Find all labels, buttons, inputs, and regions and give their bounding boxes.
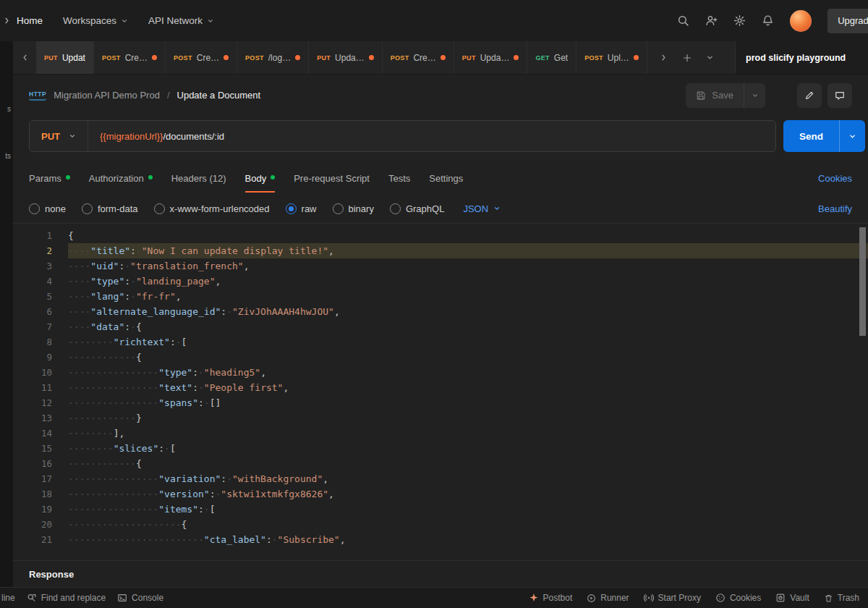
send-options-chevron-icon[interactable] (839, 120, 865, 152)
save-button[interactable]: Save (686, 83, 744, 108)
tab-method-label: POST (584, 54, 603, 62)
code-line[interactable]: 15········"slices":·[ (13, 441, 868, 456)
subtab-params[interactable]: Params (29, 164, 70, 193)
user-avatar[interactable] (790, 10, 812, 32)
subtab-body[interactable]: Body (245, 164, 276, 193)
code-line[interactable]: 19················"items":·[ (13, 502, 868, 517)
code-text: ····"uid":·"translation_french", (68, 258, 868, 274)
code-line[interactable]: 6····"alternate_language_id":·"ZivJOhAAA… (13, 304, 868, 319)
code-line[interactable]: 1{ (13, 228, 868, 243)
code-line[interactable]: 18················"version":·"sktwi1xtmk… (13, 486, 868, 502)
code-line[interactable]: 20····················{ (13, 517, 868, 532)
url-input[interactable]: {{migrationUrl}}/documents/:id (88, 131, 236, 142)
invite-user-icon[interactable] (705, 14, 718, 27)
save-icon (696, 90, 706, 101)
body-type-form-data[interactable]: form-data (82, 203, 138, 214)
settings-gear-icon[interactable] (733, 14, 746, 27)
response-title: Response (29, 569, 74, 580)
code-line[interactable]: 17················"variation":·"withBack… (13, 471, 868, 486)
statusbar-cookies[interactable]: Cookies (715, 593, 761, 603)
statusbar-label: Trash (838, 593, 859, 603)
code-line[interactable]: 11················"text":·"People first"… (13, 380, 868, 395)
search-icon[interactable] (677, 14, 689, 27)
request-tab[interactable]: PUTUpdat (36, 41, 94, 74)
statusbar-label: Start Proxy (658, 593, 701, 603)
tab-title: Updat (62, 53, 85, 63)
request-tab[interactable]: POSTCre… (94, 41, 166, 74)
code-line[interactable]: 4····"type":·"landing_page", (13, 274, 868, 289)
scroll-tabs-left-icon[interactable] (13, 41, 36, 74)
request-tab[interactable]: POSTCre… (166, 41, 237, 74)
breadcrumb-request-name[interactable]: Update a Document (177, 90, 261, 101)
code-line[interactable]: 12················"spans":·[] (13, 395, 868, 410)
statusbar-find-and-replace[interactable]: Find and replace (27, 593, 106, 603)
body-type-graphql[interactable]: GraphQL (390, 203, 444, 214)
body-type-none[interactable]: none (29, 203, 66, 214)
request-tab[interactable]: POST/log… (237, 41, 309, 74)
request-tab[interactable]: PUTUpda… (454, 41, 528, 74)
new-tab-icon[interactable] (678, 48, 697, 67)
workspace-selector[interactable]: prod slicify playground (735, 41, 868, 74)
body-type-x-www-form-urlencoded[interactable]: x-www-form-urlencoded (154, 203, 270, 214)
statusbar-start-proxy[interactable]: Start Proxy (644, 593, 701, 603)
url-row: PUT {{migrationUrl}}/documents/:id Send (13, 116, 868, 164)
subtab-settings[interactable]: Settings (429, 164, 463, 193)
workspace-name: prod slicify playground (746, 53, 846, 63)
statusbar-postbot[interactable]: Postbot (529, 593, 573, 603)
expand-sidebar-icon[interactable] (3, 17, 11, 25)
chevron-down-icon (207, 17, 214, 25)
tab-options-chevron-icon[interactable] (701, 48, 720, 67)
request-tab[interactable]: GETGet (527, 41, 576, 74)
subtab-authorization[interactable]: Authorization (89, 164, 153, 193)
method-selector[interactable]: PUT (30, 121, 88, 151)
body-format-label: JSON (463, 203, 488, 214)
statusbar-runner[interactable]: Runner (587, 593, 629, 603)
statusbar-trash[interactable]: Trash (824, 593, 859, 603)
line-number: 7 (13, 319, 68, 334)
subtab-label: Headers (12) (171, 173, 226, 184)
body-type-binary[interactable]: binary (333, 203, 374, 214)
editor-scrollbar[interactable] (859, 227, 866, 336)
scroll-tabs-right-icon[interactable] (655, 48, 673, 67)
response-section-header[interactable]: Response (13, 560, 868, 587)
line-number: 10 (13, 365, 68, 380)
statusbar-vault[interactable]: Vault (775, 593, 809, 603)
code-line[interactable]: 10················"type":·"heading5", (13, 365, 868, 380)
beautify-link[interactable]: Beautify (818, 203, 852, 214)
request-tab[interactable]: POSTCre… (383, 41, 454, 74)
request-tab[interactable]: POSTUpl… (576, 41, 647, 74)
statusbar-line[interactable]: line (1, 593, 15, 603)
upgrade-button[interactable]: Upgrade (827, 9, 868, 33)
save-options-chevron-icon[interactable] (744, 83, 765, 108)
body-type-raw[interactable]: raw (286, 203, 317, 214)
code-line[interactable]: 5····"lang":·"fr-fr", (13, 289, 868, 304)
code-line[interactable]: 3····"uid":·"translation_french", (13, 258, 868, 274)
code-line[interactable]: 2····"title":·"Now I can update display … (13, 243, 868, 258)
code-line[interactable]: 13············} (13, 410, 868, 426)
subtab-pre-request-script[interactable]: Pre-request Script (294, 164, 370, 193)
body-editor[interactable]: 1{2····"title":·"Now I can update displa… (13, 223, 868, 560)
request-tab[interactable]: PUTUpda… (309, 41, 383, 74)
notifications-bell-icon[interactable] (762, 14, 774, 27)
code-line[interactable]: 21························"cta_label":·"… (13, 532, 868, 547)
subtab-headers-12[interactable]: Headers (12) (171, 164, 226, 193)
body-format-selector[interactable]: JSON (463, 203, 501, 214)
radio-icon (29, 203, 40, 214)
code-line[interactable]: 8········"richtext":·[ (13, 334, 868, 350)
statusbar-console[interactable]: Console (117, 593, 163, 603)
nav-home[interactable]: Home (17, 15, 43, 26)
breadcrumb-collection[interactable]: Migration API Demo Prod (54, 90, 160, 101)
code-line[interactable]: 7····"data":·{ (13, 319, 868, 334)
code-line[interactable]: 9············{ (13, 350, 868, 365)
code-line[interactable]: 14········], (13, 426, 868, 441)
cookies-link[interactable]: Cookies (818, 173, 852, 184)
statusbar-left: lineFind and replaceConsole (1, 593, 163, 603)
rename-request-button[interactable] (797, 83, 822, 108)
radio-icon (390, 203, 401, 214)
nav-api-network[interactable]: API Network (148, 15, 214, 26)
comments-button[interactable] (827, 83, 852, 108)
send-button[interactable]: Send (783, 120, 839, 152)
code-line[interactable]: 16············{ (13, 456, 868, 471)
nav-workspaces[interactable]: Workspaces (63, 15, 128, 26)
subtab-tests[interactable]: Tests (388, 164, 410, 193)
